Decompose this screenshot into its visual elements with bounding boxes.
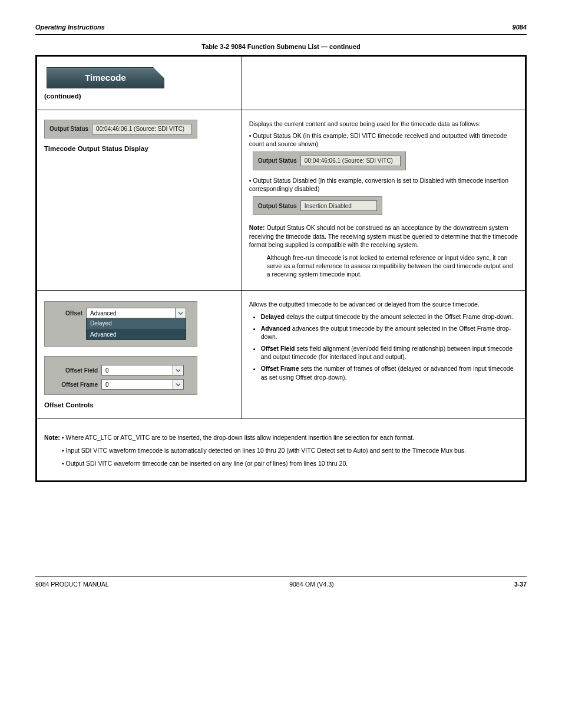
intro-text: Displays the current content and source … [249,120,518,128]
offset-field-value[interactable]: 0 [101,365,173,375]
page-footer: 9084 PRODUCT MANUAL 9084-OM (V4.3) 3-37 [35,577,527,588]
list-item: Offset Field sets field alignment (even/… [261,344,518,361]
offset-dropdown[interactable]: Advanced Delayed Advanced [86,308,186,340]
offset-options-list[interactable]: Delayed Advanced [86,318,186,340]
offset-right: Allows the outputted timecode to be adva… [242,294,525,419]
table-caption: Table 3-2 9084 Function Submenu List — c… [35,43,527,50]
chevron-down-icon[interactable] [173,379,184,390]
note-1: Where ATC_LTC or ATC_VITC are to be inse… [65,434,414,441]
output-status-value: 00:04:46:06.1 (Source: SDI VITC) [92,124,192,134]
table-row: Offset Advanced Delayed Advanced [37,291,525,419]
offset-row: Offset Advanced Delayed Advanced [51,308,191,340]
opt-offset-field-title: Offset Field [261,345,295,352]
offset-selected: Advanced [86,308,176,318]
tab-cell: Timecode (continued) [37,57,242,110]
example2-desc: • Output Status Disabled (in this exampl… [249,176,518,193]
note-body: Output Status OK should not be construed… [249,224,518,248]
note-label: Note: [249,224,265,231]
offset-frame-label: Offset Frame [51,381,101,389]
output-status-panel: Output Status 00:04:46:06.1 (Source: SDI… [44,120,197,139]
output-status-title: Timecode Output Status Display [44,144,234,154]
tab-subtitle: (continued) [44,92,234,101]
timecode-tab-badge: Timecode [47,67,164,88]
empty-cell [242,57,525,110]
opt-advanced-title: Advanced [261,325,290,332]
offset-frame-spinner[interactable]: 0 [101,379,184,390]
offset-option-delayed[interactable]: Delayed [87,318,186,330]
offset-frame-value[interactable]: 0 [101,379,173,390]
header-left: Operating Instructions [35,24,105,31]
output-status-label: Output Status [49,125,88,133]
output-status-label: Output Status [258,202,297,210]
opt-advanced-body: advances the output timecode by the amou… [261,325,511,340]
output-status-label: Output Status [258,157,297,165]
list-item: Offset Frame sets the number of frames o… [261,364,518,381]
offset-left: Offset Advanced Delayed Advanced [37,291,242,419]
footer-center: 9084-OM (V4.3) [289,581,333,588]
offset-option-advanced[interactable]: Advanced [87,330,186,340]
output-status-value: 00:04:46:06.1 (Source: SDI VITC) [300,156,401,166]
offset-label: Offset [51,308,86,318]
note-2: Input SDI VITC waveform timecode is auto… [66,447,466,454]
tab-title: Timecode [85,72,126,84]
output-status-value: Insertion Disabled [300,200,377,211]
list-item: Delayed delays the output timecode by th… [261,312,518,321]
footer-left: 9084 PRODUCT MANUAL [35,581,109,588]
page-number: 3-37 [514,581,527,588]
header-right: 9084 [513,24,527,31]
list-item: Advanced advances the output timecode by… [261,324,518,341]
offset-field-row: Offset Field 0 [51,365,191,375]
table-row: Timecode (continued) [37,57,525,110]
offset-field-spinner[interactable]: 0 [101,365,184,375]
chevron-down-icon[interactable] [176,308,186,318]
offset-intro: Allows the outputted timecode to be adva… [249,300,518,308]
output-status-left: Output Status 00:04:46:06.1 (Source: SDI… [37,110,242,291]
notes-cell: Note: • Where ATC_LTC or ATC_VITC are to… [37,427,525,481]
output-status-panel-disabled: Output Status Insertion Disabled [253,196,382,215]
offset-field-label: Offset Field [51,367,101,375]
offset-frame-row: Offset Frame 0 [51,379,191,390]
opt-delayed-body: delays the output timecode by the amount… [286,313,513,320]
opt-delayed-title: Delayed [261,313,285,320]
example1-desc: • Output Status OK (in this example, SDI… [249,131,518,148]
opt-offset-frame-body: sets the number of frames of offset (del… [261,365,514,380]
offset-controls-title: Offset Controls [44,401,234,410]
note-label: Note: [44,434,60,441]
header-rule [35,34,527,35]
offset-value-panel: Offset Field 0 Offset Frame 0 [44,356,197,395]
output-status-desc: Displays the current content and source … [242,114,525,291]
offset-panel: Offset Advanced Delayed Advanced [44,301,197,347]
main-table: Timecode (continued) Output Status 00:04… [35,55,527,482]
output-status-panel-ok: Output Status 00:04:46:06.1 (Source: SDI… [253,151,406,170]
note-body-2: Although free-run timecode is not locked… [267,253,518,279]
table-row: Note: • Where ATC_LTC or ATC_VITC are to… [37,419,525,481]
opt-offset-frame-title: Offset Frame [261,365,299,372]
table-row: Output Status 00:04:46:06.1 (Source: SDI… [37,110,525,291]
note-3: Output SDI VITC waveform timecode can be… [66,460,348,467]
chevron-down-icon[interactable] [173,365,184,375]
opt-offset-field-body: sets field alignment (even/odd field tim… [261,345,513,360]
